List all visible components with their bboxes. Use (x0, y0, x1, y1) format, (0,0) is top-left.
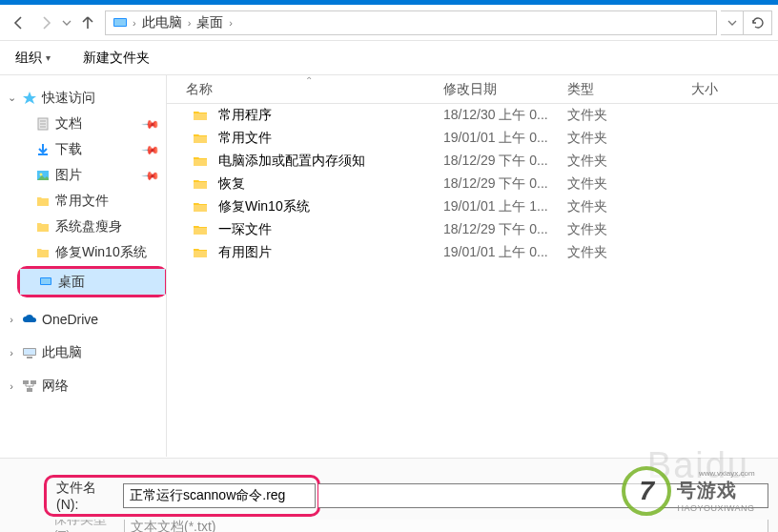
onedrive-icon (21, 311, 38, 328)
tree-label: 桌面 (58, 274, 85, 291)
list-item[interactable]: 修复Win10系统19/01/01 上午 1...文件夹 (167, 195, 778, 218)
new-folder-button[interactable]: 新建文件夹 (79, 46, 154, 71)
column-size[interactable]: 大小 (691, 81, 768, 98)
list-item[interactable]: 常用程序18/12/30 上午 0...文件夹 (167, 104, 778, 127)
column-name[interactable]: 名称 ⌃ (167, 81, 443, 98)
list-item[interactable]: 电脑添加或配置内存须知18/12/29 下午 0...文件夹 (167, 150, 778, 173)
file-name: 一琛文件 (218, 221, 272, 238)
file-list: 名称 ⌃ 修改日期 类型 大小 常用程序18/12/30 上午 0...文件夹常… (167, 75, 778, 457)
expand-icon[interactable]: › (6, 347, 17, 358)
breadcrumb-desktop[interactable]: 桌面 (193, 14, 227, 31)
refresh-button[interactable] (744, 10, 772, 35)
folder-icon (34, 218, 51, 235)
filename-label: 文件名(N): (56, 480, 123, 512)
path-breadcrumb[interactable]: › 此电脑 › 桌面 › (105, 10, 717, 35)
tree-downloads[interactable]: 下载 📌 (0, 136, 166, 162)
path-dropdown[interactable] (721, 10, 744, 35)
list-item[interactable]: 恢复18/12/29 下午 0...文件夹 (167, 173, 778, 195)
desktop-path-icon (112, 14, 129, 31)
chevron-right-icon: › (186, 17, 194, 29)
expand-icon[interactable]: › (6, 380, 17, 392)
up-button[interactable] (74, 10, 101, 36)
pin-icon: 📌 (141, 165, 161, 185)
tree-label: 修复Win10系统 (55, 244, 147, 261)
file-name: 常用文件 (218, 130, 272, 147)
file-type: 文件夹 (567, 198, 691, 215)
watermark-bg: Baidu (647, 445, 749, 486)
list-item[interactable]: 有用图片19/01/01 上午 0...文件夹 (167, 241, 778, 264)
file-name: 修复Win10系统 (218, 198, 310, 215)
svg-rect-15 (31, 380, 36, 384)
filename-input-ext[interactable] (318, 483, 768, 508)
file-name: 恢复 (218, 175, 245, 193)
tree-fix-win10[interactable]: 修复Win10系统 (0, 239, 166, 265)
svg-rect-14 (23, 380, 29, 384)
tree-onedrive[interactable]: › OneDrive (0, 306, 166, 332)
chevron-right-icon: › (131, 17, 138, 29)
document-icon (34, 115, 51, 133)
pin-icon: 📌 (141, 113, 161, 133)
tree-pane: ⌄ 快速访问 文档 📌 下载 📌 图片 (0, 75, 167, 457)
tree-pictures[interactable]: 图片 📌 (0, 162, 166, 188)
file-date: 19/01/01 上午 1... (443, 198, 567, 215)
tree-desktop[interactable]: 桌面 (20, 269, 165, 295)
svg-rect-10 (41, 278, 51, 284)
collapse-icon[interactable]: ⌄ (6, 92, 17, 104)
folder-icon (192, 221, 209, 238)
filename-input[interactable] (123, 483, 316, 508)
file-name: 有用图片 (218, 244, 272, 261)
list-item[interactable]: 常用文件19/01/01 上午 0...文件夹 (167, 127, 778, 150)
tree-common-files[interactable]: 常用文件 (0, 188, 166, 214)
breadcrumb-this-pc[interactable]: 此电脑 (138, 14, 186, 31)
tree-label: 快速访问 (42, 90, 95, 107)
star-icon (21, 90, 38, 107)
folder-icon (192, 175, 209, 193)
column-type[interactable]: 类型 (567, 81, 691, 98)
back-button[interactable] (6, 10, 32, 36)
file-date: 18/12/30 上午 0... (443, 107, 567, 124)
svg-rect-13 (27, 357, 32, 358)
svg-rect-12 (24, 349, 35, 355)
file-type: 文件夹 (567, 153, 691, 170)
column-headers: 名称 ⌃ 修改日期 类型 大小 (167, 75, 778, 104)
column-date[interactable]: 修改日期 (443, 81, 567, 98)
recent-dropdown[interactable] (59, 10, 74, 36)
chevron-right-icon: › (227, 17, 235, 29)
filetype-label: 保存类型(T): (53, 520, 124, 532)
network-icon (21, 378, 38, 395)
filetype-input[interactable] (124, 520, 768, 532)
toolbar: 组织 ▾ 新建文件夹 (0, 41, 778, 75)
tree-label: OneDrive (42, 312, 98, 327)
folder-icon (192, 107, 209, 124)
download-icon (34, 141, 51, 158)
tree-label: 常用文件 (55, 193, 109, 210)
file-date: 18/12/29 下午 0... (443, 175, 567, 193)
file-type: 文件夹 (567, 175, 691, 193)
folder-icon (34, 244, 51, 261)
folder-icon (192, 244, 209, 261)
svg-rect-16 (27, 388, 32, 392)
file-date: 19/01/01 上午 0... (443, 130, 567, 147)
organize-label: 组织 (15, 50, 42, 67)
file-date: 19/01/01 上午 0... (443, 244, 567, 261)
organize-menu[interactable]: 组织 ▾ (11, 46, 54, 71)
expand-icon[interactable]: › (6, 314, 17, 325)
tree-this-pc[interactable]: › 此电脑 (0, 339, 166, 365)
file-type: 文件夹 (567, 221, 691, 238)
tree-quick-access[interactable]: ⌄ 快速访问 (0, 85, 166, 111)
file-name: 常用程序 (218, 107, 272, 124)
folder-icon (192, 198, 209, 215)
pictures-icon (34, 167, 51, 184)
file-type: 文件夹 (567, 244, 691, 261)
file-type: 文件夹 (567, 130, 691, 147)
file-type: 文件夹 (567, 107, 691, 124)
forward-button[interactable] (32, 10, 59, 36)
svg-rect-1 (114, 19, 126, 26)
tree-network[interactable]: › 网络 (0, 373, 166, 399)
tree-label: 系统盘瘦身 (55, 218, 122, 235)
tree-system-slim[interactable]: 系统盘瘦身 (0, 214, 166, 239)
list-item[interactable]: 一琛文件18/12/29 下午 0...文件夹 (167, 218, 778, 241)
pin-icon: 📌 (141, 139, 161, 159)
file-date: 18/12/29 下午 0... (443, 221, 567, 238)
tree-documents[interactable]: 文档 📌 (0, 111, 166, 136)
